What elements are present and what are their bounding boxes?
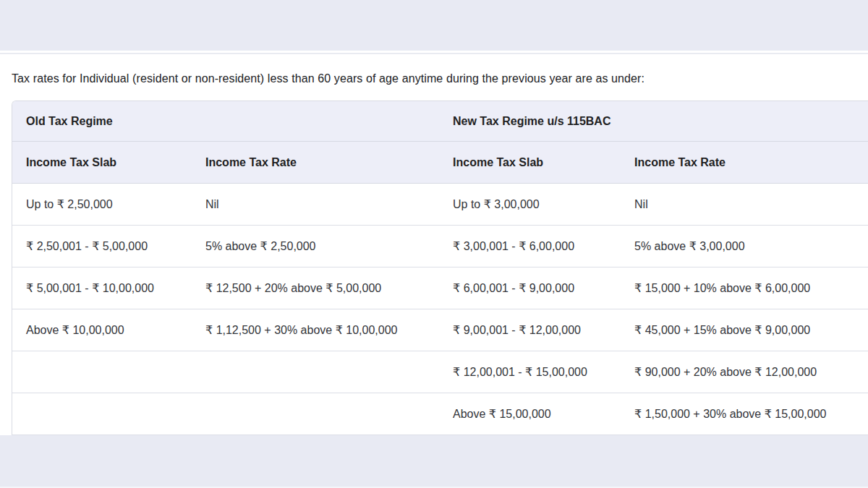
table-row: Above ₹ 15,00,000 ₹ 1,50,000 + 30% above… <box>12 393 868 435</box>
table-row: Above ₹ 10,00,000 ₹ 1,12,500 + 30% above… <box>12 309 868 351</box>
old-slab-cell: ₹ 5,00,001 - ₹ 10,00,000 <box>12 267 192 309</box>
new-rate-column-header: Income Tax Rate <box>621 142 868 184</box>
new-rate-cell: ₹ 45,000 + 15% above ₹ 9,00,000 <box>621 309 868 351</box>
new-rate-cell: ₹ 15,000 + 10% above ₹ 6,00,000 <box>621 267 868 309</box>
table-row: ₹ 12,00,001 - ₹ 15,00,000 ₹ 90,000 + 20%… <box>12 351 868 393</box>
new-slab-cell: ₹ 12,00,001 - ₹ 15,00,000 <box>439 351 621 393</box>
old-rate-cell: Nil <box>192 184 439 226</box>
new-slab-column-header: Income Tax Slab <box>439 142 621 184</box>
old-slab-column-header: Income Tax Slab <box>12 142 192 184</box>
old-slab-cell <box>12 351 192 393</box>
new-slab-cell: Above ₹ 15,00,000 <box>439 393 621 435</box>
old-rate-cell: 5% above ₹ 2,50,000 <box>192 226 439 267</box>
old-slab-cell: ₹ 2,50,001 - ₹ 5,00,000 <box>12 226 192 267</box>
new-slab-cell: Up to ₹ 3,00,000 <box>439 184 621 226</box>
new-slab-cell: ₹ 9,00,001 - ₹ 12,00,000 <box>439 309 621 351</box>
new-rate-cell: ₹ 1,50,000 + 30% above ₹ 15,00,000 <box>621 393 868 435</box>
new-slab-cell: ₹ 6,00,001 - ₹ 9,00,000 <box>439 267 621 309</box>
old-rate-cell <box>192 393 439 435</box>
table-row: ₹ 5,00,001 - ₹ 10,00,000 ₹ 12,500 + 20% … <box>12 267 868 309</box>
top-section-band <box>0 0 868 51</box>
new-rate-cell: Nil <box>621 184 868 226</box>
old-slab-cell: Above ₹ 10,00,000 <box>12 309 192 351</box>
old-rate-cell: ₹ 1,12,500 + 30% above ₹ 10,00,000 <box>192 309 439 351</box>
regime-header-row: Old Tax Regime New Tax Regime u/s 115BAC <box>12 101 868 142</box>
old-slab-cell: Up to ₹ 2,50,000 <box>12 184 192 226</box>
old-rate-cell: ₹ 12,500 + 20% above ₹ 5,00,000 <box>192 267 439 309</box>
table-row: ₹ 2,50,001 - ₹ 5,00,000 5% above ₹ 2,50,… <box>12 226 868 267</box>
page-heading: Tax rates for Individual (resident or no… <box>12 70 868 87</box>
new-slab-cell: ₹ 3,00,001 - ₹ 6,00,000 <box>439 226 621 267</box>
table-row: Up to ₹ 2,50,000 Nil Up to ₹ 3,00,000 Ni… <box>12 184 868 226</box>
old-regime-header: Old Tax Regime <box>12 101 439 142</box>
column-header-row: Income Tax Slab Income Tax Rate Income T… <box>12 142 868 184</box>
old-rate-column-header: Income Tax Rate <box>192 142 439 184</box>
new-rate-cell: 5% above ₹ 3,00,000 <box>621 226 868 267</box>
new-regime-header: New Tax Regime u/s 115BAC <box>439 101 868 142</box>
band-divider-line <box>0 53 868 54</box>
old-rate-cell <box>192 351 439 393</box>
bottom-section-band <box>0 435 868 487</box>
tax-rates-table: Old Tax Regime New Tax Regime u/s 115BAC… <box>12 101 868 435</box>
new-rate-cell: ₹ 90,000 + 20% above ₹ 12,00,000 <box>621 351 868 393</box>
old-slab-cell <box>12 393 192 435</box>
tax-table-container: Old Tax Regime New Tax Regime u/s 115BAC… <box>12 100 868 435</box>
